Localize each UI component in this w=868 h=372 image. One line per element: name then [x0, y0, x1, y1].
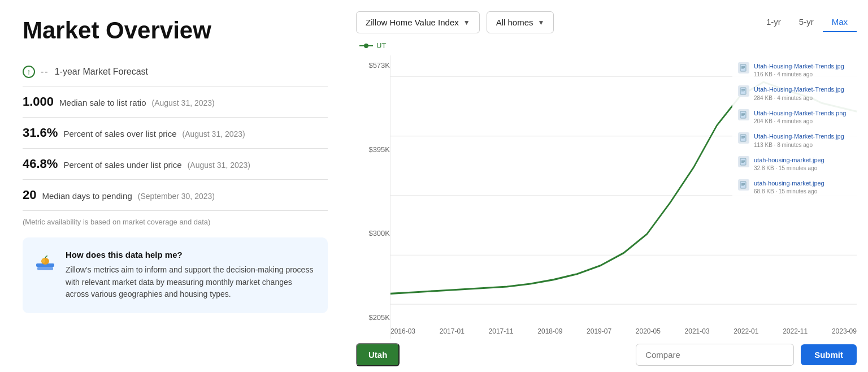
submit-button[interactable]: Submit [801, 344, 857, 365]
x-label-6: 2020-05 [636, 327, 661, 341]
stat-row: 20 Median days to pending (September 30,… [23, 180, 328, 211]
forecast-icon: ↑ [23, 66, 35, 78]
stat-date: (August 31, 2023) [151, 98, 214, 107]
stat-row: 1.000 Median sale to list ratio (August … [23, 86, 328, 118]
stat-date: (August 31, 2023) [188, 161, 250, 170]
index-dropdown-label: Zillow Home Value Index [366, 18, 459, 27]
stat-label: Percent of sales under list price [63, 160, 181, 170]
tab-5yr[interactable]: 5-yr [790, 12, 823, 32]
info-text: How does this data help me? Zillow's met… [66, 250, 316, 301]
left-panel: Market Overview ↑ -- 1-year Market Forec… [0, 0, 350, 372]
chevron-down-icon-2: ▼ [538, 19, 545, 27]
right-panel: Zillow Home Value Index ▼ All homes ▼ 1-… [350, 0, 868, 372]
metric-note: (Metric availability is based on market … [23, 218, 328, 226]
info-box: How does this data help me? Zillow's met… [23, 237, 328, 313]
time-tabs: 1-yr 5-yr Max [757, 12, 857, 32]
chart-svg [390, 55, 857, 322]
stat-label: Median days to pending [42, 191, 132, 201]
svg-point-5 [42, 258, 45, 263]
svg-rect-3 [37, 267, 53, 270]
page-title: Market Overview [23, 17, 328, 44]
stat-date: (August 31, 2023) [182, 129, 245, 139]
chart-area: 2016-03 2017-01 2017-11 2018-09 2019-07 … [390, 55, 857, 339]
legend-line [359, 45, 373, 46]
y-label-3: $300K [356, 229, 390, 237]
x-label-1: 2016-03 [390, 327, 415, 341]
y-label-1: $573K [356, 61, 390, 70]
index-dropdown[interactable]: Zillow Home Value Index ▼ [356, 11, 480, 33]
x-label-10: 2023-09 [832, 327, 857, 341]
chevron-down-icon: ▼ [463, 19, 470, 27]
stat-value: 1.000 [23, 94, 54, 109]
bottom-row: Utah Submit [356, 343, 857, 366]
stat-label: Percent of sales over list price [63, 129, 176, 139]
stat-row: 46.8% Percent of sales under list price … [23, 149, 328, 180]
stat-row: 31.6% Percent of sales over list price (… [23, 118, 328, 149]
x-label-5: 2019-07 [587, 327, 611, 341]
x-label-7: 2021-03 [685, 327, 710, 341]
controls-row: Zillow Home Value Index ▼ All homes ▼ 1-… [356, 11, 857, 33]
x-label-8: 2022-01 [734, 327, 758, 341]
compare-input[interactable] [636, 344, 794, 366]
legend-label: UT [376, 41, 386, 50]
stats-container: 1.000 Median sale to list ratio (August … [23, 86, 328, 211]
x-label-3: 2017-11 [489, 327, 514, 341]
stat-value: 46.8% [23, 157, 58, 171]
info-body: Zillow's metrics aim to inform and suppo… [66, 264, 316, 301]
book-icon [34, 251, 57, 274]
x-label-9: 2022-11 [783, 327, 808, 341]
x-label-2: 2017-01 [440, 327, 465, 341]
chart-container: $573K $395K $300K $205K 2016-03 2017-01 … [356, 55, 857, 339]
x-label-4: 2018-09 [537, 327, 562, 341]
stat-date: (September 30, 2023) [138, 192, 215, 201]
stat-label: Median sale to list ratio [59, 98, 146, 107]
tab-max[interactable]: Max [823, 12, 857, 32]
home-type-dropdown[interactable]: All homes ▼ [487, 11, 554, 33]
forecast-label: 1-year Market Forecast [55, 67, 148, 77]
y-axis: $573K $395K $300K $205K [356, 55, 390, 339]
home-type-label: All homes [496, 18, 533, 27]
ut-legend: UT [356, 41, 857, 50]
y-label-4: $205K [356, 313, 390, 322]
svg-text:↑: ↑ [27, 67, 31, 76]
chart-line [390, 82, 857, 293]
stat-value: 31.6% [23, 126, 58, 140]
y-label-2: $395K [356, 145, 390, 154]
circle-arrow-icon: ↑ [23, 66, 35, 78]
info-title: How does this data help me? [66, 250, 316, 259]
forecast-dashes: -- [41, 67, 49, 77]
tab-1yr[interactable]: 1-yr [757, 12, 790, 32]
info-icon [34, 251, 57, 278]
stat-value: 20 [23, 188, 36, 202]
forecast-row: ↑ -- 1-year Market Forecast [23, 58, 328, 86]
utah-tag[interactable]: Utah [356, 343, 400, 366]
x-axis: 2016-03 2017-01 2017-11 2018-09 2019-07 … [390, 324, 857, 341]
